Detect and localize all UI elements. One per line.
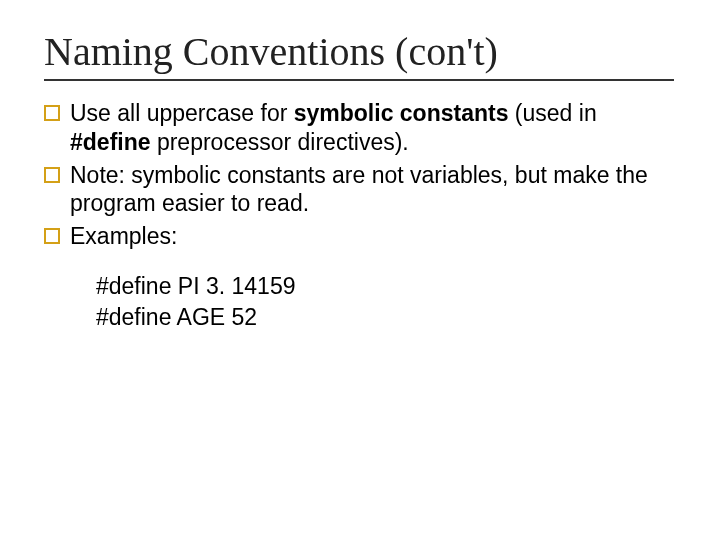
bullet-item: Examples:	[44, 222, 676, 251]
bullet-item: Use all uppercase for symbolic constants…	[44, 99, 676, 157]
bullet-text: Examples:	[70, 222, 177, 251]
square-bullet-icon	[44, 105, 60, 121]
text-bold: symbolic constants	[294, 100, 509, 126]
slide-title: Naming Conventions (con't)	[44, 28, 676, 75]
text-run: preprocessor directives).	[151, 129, 409, 155]
example-line: #define PI 3. 14159	[96, 271, 676, 302]
bullet-text: Use all uppercase for symbolic constants…	[70, 99, 676, 157]
bullet-text: Note: symbolic constants are not variabl…	[70, 161, 676, 219]
square-bullet-icon	[44, 167, 60, 183]
title-underline	[44, 79, 674, 81]
slide: Naming Conventions (con't) Use all upper…	[0, 0, 720, 540]
text-run: Use all uppercase for	[70, 100, 294, 126]
text-bold: #define	[70, 129, 151, 155]
bullet-item: Note: symbolic constants are not variabl…	[44, 161, 676, 219]
text-run: (used in	[508, 100, 596, 126]
square-bullet-icon	[44, 228, 60, 244]
bullet-list: Use all uppercase for symbolic constants…	[44, 99, 676, 251]
examples-block: #define PI 3. 14159 #define AGE 52	[96, 271, 676, 333]
example-line: #define AGE 52	[96, 302, 676, 333]
